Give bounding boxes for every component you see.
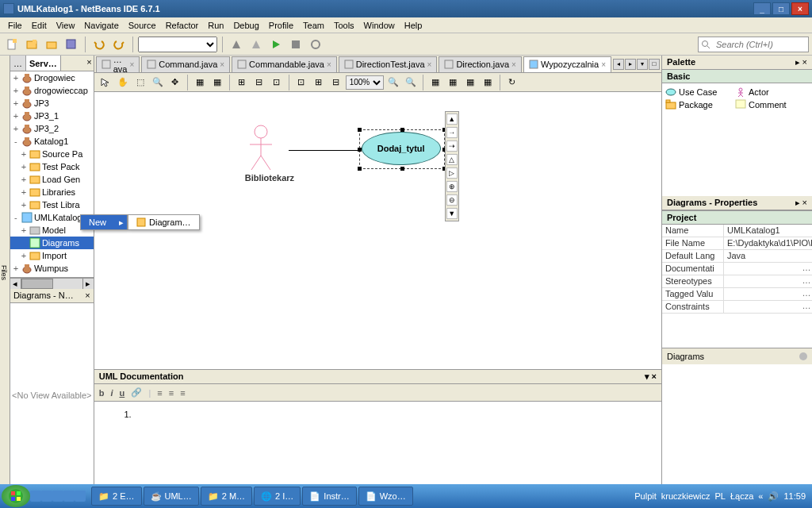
diagrams-section[interactable]: Diagrams — [662, 348, 812, 364]
side-dep-icon[interactable]: ⇢ — [446, 140, 458, 152]
tree-node[interactable]: +Drogowiec — [10, 71, 94, 84]
maximize-button[interactable]: □ — [772, 2, 790, 15]
tray-user[interactable]: kruczkiewicz — [661, 491, 710, 501]
profile-button[interactable] — [307, 36, 324, 53]
context-menu-new[interactable]: New▸ — [81, 215, 127, 229]
new-file-button[interactable] — [3, 36, 21, 53]
prop-more-icon[interactable]: … — [801, 301, 812, 313]
property-row[interactable]: Tagged Valu… — [662, 288, 812, 301]
tree-node[interactable]: +Test Libra — [10, 198, 94, 211]
link-button[interactable]: 🔗 — [131, 387, 142, 398]
debug-button[interactable] — [287, 36, 304, 53]
tree-node[interactable]: +JP3_1 — [10, 110, 94, 122]
clean-build-button[interactable] — [247, 36, 265, 53]
tab-close-icon[interactable]: × — [427, 60, 432, 69]
props-pin-icon[interactable]: ▸ — [795, 198, 800, 207]
editor-tab[interactable]: Command.java× — [141, 56, 230, 72]
property-row[interactable]: NameUMLKatalog1 — [662, 225, 812, 237]
align-center-button[interactable]: ≡ — [169, 388, 174, 398]
menu-tools[interactable]: Tools — [329, 19, 359, 32]
tab-close-icon[interactable]: × — [220, 60, 224, 69]
left-tab-close-icon[interactable]: × — [85, 56, 93, 71]
misc2-button[interactable]: ▦ — [480, 75, 496, 90]
tab-close-icon[interactable]: × — [129, 60, 134, 69]
underline-button[interactable]: u — [119, 388, 124, 398]
editor-tab[interactable]: Wypozyczalnia× — [523, 56, 611, 72]
usecase-element[interactable]: Dodaj_tytul — [362, 132, 441, 165]
zoom-select[interactable]: 100% — [346, 75, 384, 90]
misc1-button[interactable]: ▦ — [462, 75, 478, 90]
menu-view[interactable]: View — [52, 19, 80, 32]
tab-max-button[interactable]: □ — [649, 59, 660, 70]
palette-item-comment[interactable]: Comment — [735, 99, 797, 110]
undo-button[interactable] — [90, 36, 108, 53]
props-group-project[interactable]: Project — [662, 210, 812, 225]
select-tool-button[interactable] — [98, 75, 113, 90]
side-assoc-icon[interactable]: → — [446, 127, 458, 138]
doc-close-icon[interactable]: × — [652, 371, 657, 381]
relationship-button[interactable]: ▦ — [209, 75, 225, 90]
start-button[interactable] — [2, 485, 30, 507]
italic-button[interactable]: i — [110, 388, 113, 398]
zoom-out-button[interactable]: 🔍 — [385, 75, 401, 90]
fit-button[interactable]: ⊡ — [293, 75, 309, 90]
prop-more-icon[interactable]: … — [801, 288, 812, 300]
side-up-icon[interactable]: ▲ — [446, 114, 458, 125]
zoom-in-button[interactable]: 🔍 — [403, 75, 419, 90]
tree-node[interactable]: Diagrams — [10, 237, 94, 249]
submenu-diagram[interactable]: Diagram… — [128, 215, 199, 229]
tree-node[interactable]: +Test Pack — [10, 160, 94, 173]
taskbar-item[interactable]: 📄Instr… — [302, 487, 356, 506]
menu-run[interactable]: Run — [203, 19, 228, 32]
redo-button[interactable] — [110, 36, 128, 53]
tray-vol-icon[interactable]: 🔊 — [768, 491, 779, 502]
side-ext-icon[interactable]: ⊖ — [446, 194, 458, 206]
tray-clock[interactable]: 11:59 — [783, 491, 806, 501]
layout-button[interactable]: ⊞ — [234, 75, 250, 90]
config-select[interactable] — [138, 37, 217, 52]
menu-help[interactable]: Help — [400, 19, 427, 32]
taskbar-item[interactable]: 📄Wzo… — [358, 487, 413, 506]
property-row[interactable]: File NameE:\Dydaktyka\d1\PIO\laboratoriu… — [662, 237, 812, 250]
taskbar-item[interactable]: 📁2 E… — [91, 487, 142, 506]
property-row[interactable]: Documentati… — [662, 263, 812, 275]
pan-tool-button[interactable]: ✋ — [115, 75, 131, 90]
build-button[interactable] — [228, 36, 245, 53]
save-all-button[interactable] — [63, 36, 80, 53]
tab-close-icon[interactable]: × — [327, 60, 331, 69]
search-box[interactable] — [698, 37, 809, 52]
property-row[interactable]: Stereotypes… — [662, 275, 812, 288]
taskbar-item[interactable]: ☕UML… — [144, 487, 199, 506]
tray-pulpit[interactable]: Pulpit — [634, 491, 657, 501]
left-tab-services[interactable]: Serv… — [26, 56, 61, 71]
doc-editor[interactable] — [94, 402, 661, 487]
props-close-icon[interactable]: × — [802, 198, 807, 207]
align-left-button[interactable]: ≡ — [157, 388, 162, 398]
menu-source[interactable]: Source — [124, 19, 161, 32]
fit2-button[interactable]: ⊞ — [311, 75, 327, 90]
palette-pin-icon[interactable]: ▸ — [795, 57, 800, 67]
tab-close-icon[interactable]: × — [601, 60, 606, 69]
taskbar-item[interactable]: 📁2 M… — [201, 487, 252, 506]
actor-element[interactable]: Bibliotekarz — [245, 124, 294, 183]
palette-item-actor[interactable]: Actor — [735, 87, 797, 98]
overview-button[interactable]: ▦ — [192, 75, 208, 90]
prop-more-icon[interactable]: … — [801, 263, 812, 275]
project-tree[interactable]: +Drogowiec+drogowieccap+JP3+JP3_1+JP3_2-… — [10, 71, 94, 278]
side-inc-icon[interactable]: ⊕ — [446, 181, 458, 192]
property-row[interactable]: Constraints… — [662, 301, 812, 314]
run-button[interactable] — [267, 36, 285, 53]
open-button[interactable] — [43, 36, 60, 53]
menu-profile[interactable]: Profile — [264, 19, 298, 32]
doc-min-icon[interactable]: ▾ — [645, 371, 649, 381]
tab-close-icon[interactable]: × — [511, 60, 516, 69]
tree-node[interactable]: +Load Gen — [10, 173, 94, 186]
new-project-button[interactable] — [23, 36, 40, 53]
fit3-button[interactable]: ⊟ — [328, 75, 344, 90]
tab-scroll-left[interactable]: ◂ — [613, 59, 624, 70]
side-gen-icon[interactable]: △ — [446, 154, 458, 165]
tray-lang[interactable]: PL — [715, 491, 726, 501]
move-button[interactable]: ✥ — [167, 75, 183, 90]
tree-node[interactable]: +Wumpus — [10, 262, 94, 275]
bold-button[interactable]: b — [99, 388, 105, 398]
